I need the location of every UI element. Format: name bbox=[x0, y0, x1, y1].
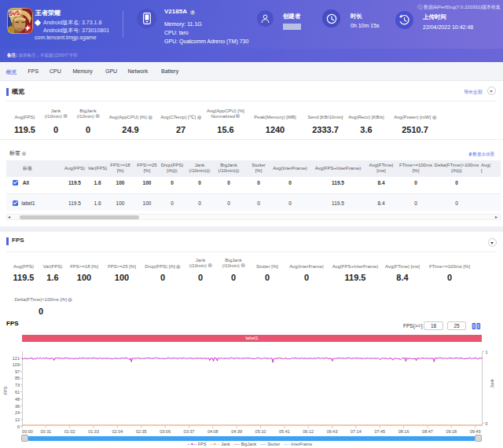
svg-text:01:33: 01:33 bbox=[88, 429, 99, 434]
svg-text:109: 109 bbox=[13, 362, 20, 367]
svg-text:06:43: 06:43 bbox=[327, 429, 338, 434]
svg-text:61: 61 bbox=[15, 390, 20, 395]
svg-text:04:08: 04:08 bbox=[207, 429, 218, 434]
svg-text:03:37: 03:37 bbox=[184, 429, 195, 434]
svg-text:07:45: 07:45 bbox=[374, 429, 385, 434]
svg-text:05:41: 05:41 bbox=[279, 429, 290, 434]
svg-text:73: 73 bbox=[15, 383, 20, 387]
svg-text:12: 12 bbox=[15, 417, 20, 422]
svg-text:08:47: 08:47 bbox=[422, 429, 433, 434]
svg-text:08:16: 08:16 bbox=[398, 429, 409, 434]
svg-text:48: 48 bbox=[15, 397, 20, 402]
svg-text:03:06: 03:06 bbox=[160, 429, 171, 434]
svg-text:05:10: 05:10 bbox=[255, 429, 266, 434]
svg-text:FPS: FPS bbox=[3, 386, 8, 395]
svg-text:09:49: 09:49 bbox=[470, 429, 481, 434]
svg-text:1: 1 bbox=[486, 350, 488, 354]
svg-text:85: 85 bbox=[15, 376, 20, 380]
svg-text:0: 0 bbox=[486, 421, 488, 426]
svg-text:09:18: 09:18 bbox=[446, 429, 457, 434]
svg-text:02:35: 02:35 bbox=[136, 429, 147, 434]
svg-text:97: 97 bbox=[15, 369, 20, 374]
svg-text:02:04: 02:04 bbox=[112, 429, 123, 434]
svg-text:36: 36 bbox=[15, 404, 20, 409]
svg-text:04:39: 04:39 bbox=[231, 429, 242, 434]
svg-text:00:00: 00:00 bbox=[22, 429, 33, 434]
svg-text:01:02: 01:02 bbox=[64, 429, 75, 434]
svg-text:121: 121 bbox=[13, 356, 20, 361]
svg-text:06:12: 06:12 bbox=[303, 429, 314, 434]
svg-text:00:31: 00:31 bbox=[41, 429, 52, 434]
svg-text:Jank: Jank bbox=[490, 379, 494, 388]
svg-text:0: 0 bbox=[17, 424, 20, 429]
svg-text:5v5: 5v5 bbox=[9, 9, 20, 17]
svg-text:07:14: 07:14 bbox=[351, 429, 362, 434]
svg-text:24: 24 bbox=[15, 410, 20, 415]
